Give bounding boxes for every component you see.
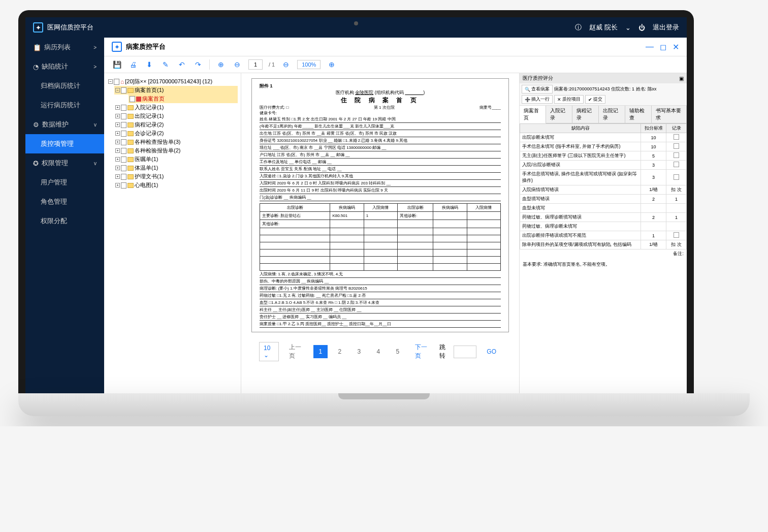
- qc-table: 缺陷内容 扣分标准 记录 出院诊断未填写10手术信息未填写 (指手术科室, 并做…: [520, 123, 687, 249]
- edit-icon[interactable]: ✎: [161, 60, 171, 69]
- sidebar-item-perms[interactable]: 权限分配: [25, 211, 104, 231]
- tree-node[interactable]: + 体温单(1): [114, 164, 238, 172]
- tree-node[interactable]: + 护理文书(1): [114, 172, 238, 181]
- document-title: 住 院 病 案 首 页: [260, 96, 501, 105]
- user-icon: ⓘ: [575, 23, 582, 32]
- tree-node[interactable]: + 心电图(1): [114, 181, 238, 190]
- chevron-down-icon[interactable]: ⌄: [625, 24, 631, 32]
- tree-node[interactable]: + 各种检查报告单(3): [114, 138, 238, 146]
- minimize-icon[interactable]: —: [646, 42, 654, 52]
- note-label: 备注:: [520, 249, 687, 258]
- tree-node[interactable]: + 各种检验报告单(2): [114, 146, 238, 155]
- sidebar-item-roles[interactable]: 角色管理: [25, 192, 104, 211]
- tree-root[interactable]: −⌂ [20]陈×× [2017000007514243] (12): [107, 77, 238, 86]
- sidebar: 📋病历列表> ◔缺陷统计> 归档病历统计 运行病历统计 ⚙数据维护v 质控项管理…: [25, 38, 104, 393]
- sidebar-item-running[interactable]: 运行病历统计: [25, 96, 104, 115]
- insert-row-button[interactable]: ➕插入一行: [522, 95, 553, 104]
- sidebar-item-auth[interactable]: ✪权限管理v: [25, 153, 104, 173]
- zoom-level[interactable]: 100%: [297, 60, 321, 69]
- qc-items-button[interactable]: ✕质控项目: [554, 95, 584, 104]
- qc-tab[interactable]: 入院记录: [546, 106, 572, 123]
- page-total: / 1: [269, 61, 275, 68]
- qc-tab[interactable]: 病程记录: [572, 106, 599, 123]
- sidebar-item-users[interactable]: 用户管理: [25, 173, 104, 192]
- qc-row[interactable]: 血型未填写: [520, 204, 687, 213]
- qc-row[interactable]: 入院病情填写错误1/错扣 次: [520, 185, 687, 195]
- document-panel: 附件 1 医疗机构 金陵医院 (组织机构代码 ) 住 院 病 案 首 页 医疗付…: [241, 73, 519, 393]
- qc-collapse-icon[interactable]: ▣: [679, 76, 684, 81]
- page-4[interactable]: 4: [371, 345, 386, 358]
- tree-node[interactable]: + 会诊记录(2): [114, 129, 238, 138]
- qc-row[interactable]: 无主(副主)任医师签字 (三级以下医院无科主任签字)5: [520, 151, 687, 161]
- qc-row[interactable]: 药物过敏、病理诊断填写错误21: [520, 213, 687, 222]
- qc-tab[interactable]: 病案首页: [520, 106, 546, 123]
- next-page-button[interactable]: 下一页: [410, 340, 434, 363]
- undo-icon[interactable]: ↶: [177, 60, 187, 69]
- qc-row[interactable]: 除单列项目外的某项空项/漏项或填写有缺陷, 包括编码1/错扣 次: [520, 240, 687, 249]
- qc-row[interactable]: 入院/出院诊断错误3: [520, 161, 687, 170]
- document-page: 附件 1 医疗机构 金陵医院 (组织机构代码 ) 住 院 病 案 首 页 医疗付…: [251, 78, 509, 332]
- qc-header: 医疗质控评分 ▣: [520, 73, 687, 83]
- close-icon[interactable]: ✕: [673, 42, 679, 52]
- page-size-select[interactable]: 10 ⌄: [259, 342, 279, 361]
- content-header: ✦ 病案质控平台 — ◻ ✕: [104, 38, 687, 56]
- qc-row[interactable]: 手术信息未填写 (指手术科室, 并做了手术的病历)10: [520, 142, 687, 151]
- pagination: 10 ⌄ 上一页 1 2 3 4 5 下一页 跳转 GO: [251, 332, 509, 371]
- logout-button[interactable]: 退出登录: [653, 23, 679, 32]
- diagnosis-table: 出院诊断疾病编码入院病情出院诊断疾病编码入院病情 主要诊断: 胆总管结石 K80…: [260, 203, 501, 271]
- page-down-icon[interactable]: ⊖: [232, 60, 242, 69]
- zoom-in-icon[interactable]: ⊕: [327, 60, 337, 69]
- app-title: 医网信质控平台: [47, 23, 93, 32]
- sidebar-item-archived[interactable]: 归档病历统计: [25, 76, 104, 96]
- content-title: 病案质控平台: [126, 42, 166, 51]
- qc-row[interactable]: 出院诊断排序错误或填写不规范1: [520, 231, 687, 240]
- tree-node[interactable]: + 病程记录(2): [114, 120, 238, 129]
- content-icon: ✦: [112, 42, 122, 52]
- case-info: 病案卷:2017000007514243 住院次数: 1 姓名: 陈xx: [554, 86, 657, 92]
- export-icon[interactable]: ⬇: [144, 60, 154, 69]
- qc-tab[interactable]: 辅助检查: [625, 106, 652, 123]
- tree-node[interactable]: − 病案首页(1): [114, 86, 238, 95]
- page-up-icon[interactable]: ⊕: [216, 60, 226, 69]
- tree-node[interactable]: + 出院记录(1): [114, 112, 238, 120]
- submit-button[interactable]: ✔提交: [585, 95, 605, 104]
- user-name[interactable]: 赵威 院长: [589, 23, 618, 32]
- prev-page-button[interactable]: 上一页: [284, 340, 308, 363]
- qc-row[interactable]: 药物过敏、病理诊断未填写: [520, 222, 687, 231]
- sidebar-item-data[interactable]: ⚙数据维护v: [25, 115, 104, 134]
- redo-icon[interactable]: ↷: [193, 60, 203, 69]
- zoom-out-icon[interactable]: ⊖: [281, 60, 291, 69]
- qc-search-bar: 🔍查看病案 病案卷:2017000007514243 住院次数: 1 姓名: 陈…: [520, 83, 687, 106]
- qc-row[interactable]: 出院诊断未填写10: [520, 133, 687, 142]
- page-2[interactable]: 2: [333, 345, 347, 358]
- topbar: ✦ 医网信质控平台 ⓘ 赵威 院长 ⌄ ⏻ 退出登录: [25, 17, 687, 38]
- qc-tabs: 病案首页 入院记录 病程记录 出院记录 辅助检查 书写基本要求: [520, 106, 687, 123]
- view-case-button[interactable]: 🔍查看病案: [522, 85, 553, 93]
- qc-row[interactable]: 血型填写错误21: [520, 195, 687, 204]
- page-input[interactable]: [248, 59, 263, 70]
- print-icon[interactable]: 🖨: [128, 60, 138, 69]
- jump-input[interactable]: [454, 346, 476, 358]
- app-logo-icon: ✦: [33, 22, 43, 33]
- basic-requirement: 基本要求: 准确填写首页签名, 不能有空项。: [520, 258, 687, 271]
- tree-node[interactable]: + 医嘱单(1): [114, 155, 238, 164]
- power-icon: ⏻: [638, 24, 645, 32]
- page-5[interactable]: 5: [391, 345, 405, 358]
- sidebar-item-defects[interactable]: ◔缺陷统计>: [25, 57, 104, 76]
- maximize-icon[interactable]: ◻: [660, 42, 666, 52]
- page-3[interactable]: 3: [352, 345, 366, 358]
- attachment-label: 附件 1: [260, 83, 501, 89]
- go-button[interactable]: GO: [482, 345, 501, 358]
- qc-row[interactable]: 手术信息填写错误, 操作信息未填写或填写错误 (如穿刺等操作)3: [520, 170, 687, 185]
- page-1[interactable]: 1: [313, 345, 328, 358]
- tree-node[interactable]: + 入院记录(1): [114, 103, 238, 112]
- qc-panel: 医疗质控评分 ▣ 🔍查看病案 病案卷:2017000007514243 住院次数…: [519, 73, 687, 393]
- sidebar-item-qc[interactable]: 质控项管理: [25, 134, 104, 153]
- tree-panel: −⌂ [20]陈×× [2017000007514243] (12) − 病案首…: [104, 73, 241, 393]
- qc-tab[interactable]: 出院记录: [599, 106, 625, 123]
- qc-tab[interactable]: 书写基本要求: [652, 106, 687, 123]
- toolbar: 💾 🖨 ⬇ ✎ ↶ ↷ ⊕ ⊖ / 1 ⊖ 100% ⊕: [104, 56, 687, 73]
- save-icon[interactable]: 💾: [112, 60, 122, 69]
- sidebar-item-records[interactable]: 📋病历列表>: [25, 38, 104, 57]
- tree-leaf-selected[interactable]: 病案首页: [129, 95, 238, 103]
